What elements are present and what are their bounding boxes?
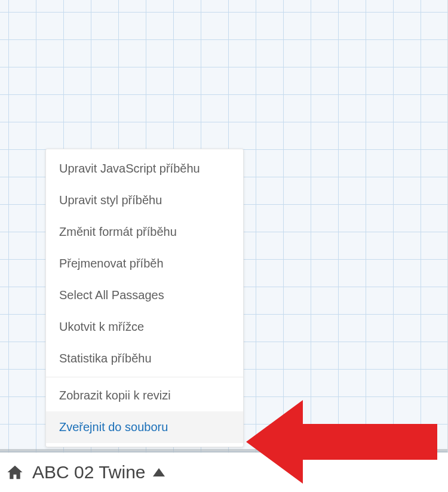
menu-item-change-format[interactable]: Změnit formát příběhu <box>46 216 243 248</box>
menu-item-view-proofing-copy[interactable]: Zobrazit kopii k revizi <box>46 380 243 411</box>
menu-item-story-statistics[interactable]: Statistika příběhu <box>46 343 243 374</box>
menu-item-rename-story[interactable]: Přejmenovat příběh <box>46 248 243 279</box>
menu-item-select-all-passages[interactable]: Select All Passages <box>46 279 243 311</box>
menu-item-publish-to-file[interactable]: Zveřejnit do souboru <box>46 411 243 443</box>
menu-item-edit-stylesheet[interactable]: Upravit styl příběhu <box>46 184 243 216</box>
menu-item-edit-javascript[interactable]: Upravit JavaScript příběhu <box>46 153 243 184</box>
home-icon[interactable] <box>6 463 24 481</box>
menu-divider <box>46 377 243 377</box>
bottom-toolbar: ABC 02 Twine <box>0 453 448 492</box>
menu-item-snap-to-grid[interactable]: Ukotvit k mřížce <box>46 311 243 343</box>
story-menu: Upravit JavaScript příběhu Upravit styl … <box>45 149 244 447</box>
caret-up-icon[interactable] <box>153 468 165 476</box>
story-title-button[interactable]: ABC 02 Twine <box>32 462 146 482</box>
